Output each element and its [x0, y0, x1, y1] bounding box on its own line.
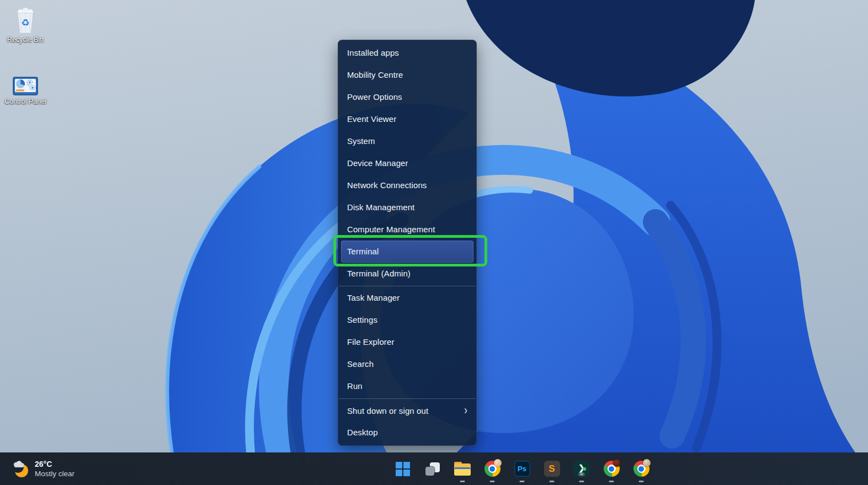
menu-item-terminal-admin[interactable]: Terminal (Admin) — [338, 263, 476, 285]
menu-item-task-manager[interactable]: Task Manager — [338, 287, 476, 309]
profile-avatar — [613, 459, 621, 467]
running-indicator — [520, 481, 525, 482]
sublime-text-button[interactable]: S — [543, 452, 561, 485]
weather-text: 26°C Mostly clear — [35, 460, 74, 478]
windows-logo-icon — [396, 462, 410, 476]
chrome-profile-1-button[interactable] — [483, 452, 501, 485]
sublime-text-icon: S — [544, 461, 560, 477]
running-indicator — [490, 481, 495, 482]
desktop-icon-label: Control Panel — [4, 98, 46, 105]
start-button[interactable] — [394, 452, 412, 485]
weather-widget[interactable]: 26°C Mostly clear — [6, 452, 79, 485]
desktop-icon-label: Recycle Bin — [7, 36, 44, 44]
desktop-icon-recycle-bin[interactable]: ♻ Recycle Bin — [1, 8, 50, 44]
desktop-icon-control-panel[interactable]: Control Panel — [1, 70, 50, 105]
menu-separator — [339, 286, 476, 286]
file-explorer-button[interactable] — [454, 452, 471, 485]
menu-item-settings[interactable]: Settings — [338, 309, 476, 331]
chrome-icon — [484, 461, 500, 477]
running-indicator — [639, 481, 644, 482]
menu-item-disk-management[interactable]: Disk Management — [338, 196, 476, 218]
photoshop-icon: Ps — [514, 461, 530, 477]
winx-context-menu: Installed apps Mobility Centre Power Opt… — [338, 40, 477, 446]
menu-item-event-viewer[interactable]: Event Viewer — [338, 108, 476, 130]
running-indicator — [460, 481, 465, 482]
profile-avatar — [643, 459, 651, 467]
running-indicator — [550, 481, 555, 482]
filmora-icon: ❯ w — [573, 461, 590, 477]
chevron-right-icon: › — [464, 404, 467, 416]
chrome-icon — [604, 461, 620, 477]
menu-item-file-explorer[interactable]: File Explorer — [338, 331, 476, 353]
menu-item-run[interactable]: Run — [338, 375, 476, 397]
menu-item-computer-management[interactable]: Computer Management — [338, 218, 476, 241]
menu-item-label: Shut down or sign out — [347, 406, 428, 415]
weather-condition: Mostly clear — [35, 469, 74, 478]
filmora-badge: w — [578, 472, 585, 476]
chrome-icon — [633, 461, 649, 477]
control-panel-icon — [13, 70, 38, 96]
recycle-bin-icon: ♻ — [14, 8, 37, 34]
chrome-profile-2-button[interactable] — [603, 452, 620, 485]
profile-avatar — [494, 459, 502, 467]
menu-item-desktop[interactable]: Desktop — [338, 422, 476, 444]
menu-item-network-connections[interactable]: Network Connections — [338, 174, 476, 196]
svg-text:♻: ♻ — [21, 17, 29, 28]
menu-item-installed-apps[interactable]: Installed apps — [338, 42, 476, 64]
taskbar-icon-row: Ps S ❯ w — [394, 452, 650, 485]
menu-item-terminal[interactable]: Terminal — [341, 241, 473, 263]
menu-item-mobility-centre[interactable]: Mobility Centre — [338, 64, 476, 86]
menu-item-power-options[interactable]: Power Options — [338, 86, 476, 108]
chrome-profile-3-button[interactable] — [632, 452, 650, 485]
moon-cloud-icon — [10, 459, 30, 479]
taskbar: 26°C Mostly clear Ps S — [0, 452, 868, 485]
photoshop-button[interactable]: Ps — [513, 452, 531, 485]
task-view-button[interactable] — [424, 452, 441, 485]
task-view-icon — [425, 461, 440, 477]
menu-separator — [339, 398, 476, 399]
filmora-button[interactable]: ❯ w — [573, 452, 590, 485]
menu-item-shut-down-or-sign-out[interactable]: Shut down or sign out › — [338, 399, 476, 422]
folder-icon — [454, 462, 471, 476]
menu-item-system[interactable]: System — [338, 130, 476, 152]
running-indicator — [579, 481, 584, 482]
weather-temperature: 26°C — [35, 460, 74, 469]
menu-item-device-manager[interactable]: Device Manager — [338, 152, 476, 174]
menu-item-search[interactable]: Search — [338, 353, 476, 375]
running-indicator — [609, 481, 614, 482]
